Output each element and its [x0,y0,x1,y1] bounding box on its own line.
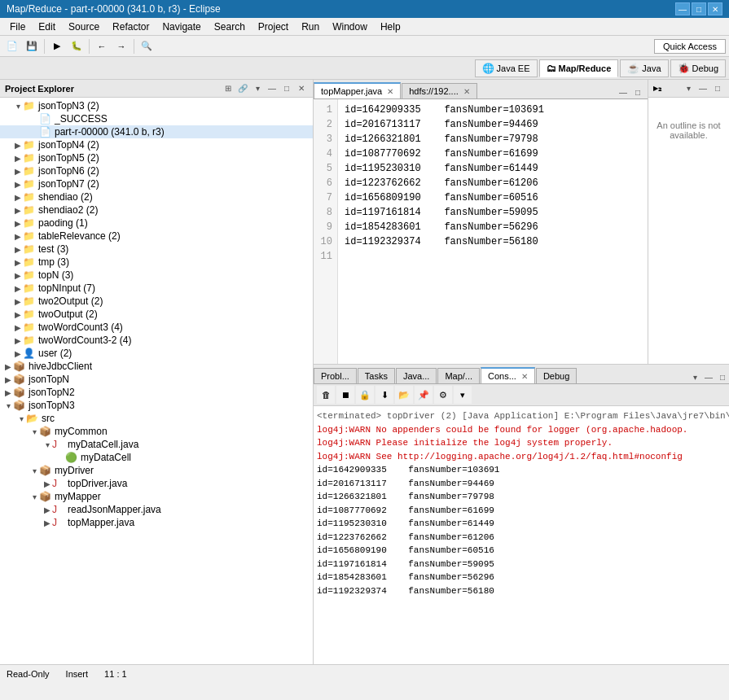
editor-area: topMapper.java ✕ hdfs://192.... ✕ — □ [314,80,729,365]
tab-close-hdfs-icon[interactable]: ✕ [463,87,470,96]
tree-item-tmp[interactable]: ▶ 📁 tmp (3) [0,256,313,269]
bottom-minimize-btn[interactable]: — [702,370,715,383]
tree-item-two2output[interactable]: ▶ 📁 two2Output (2) [0,295,313,308]
console-open-file-btn[interactable]: 📂 [395,386,413,404]
tree-item-jsontopn7[interactable]: ▶ 📁 jsonTopN7 (2) [0,177,313,190]
tree-item-mydatacell-java[interactable]: ▾ J myDataCell.java [0,438,313,451]
project-explorer-buttons: ⊞ 🔗 ▾ — □ ✕ [222,82,308,95]
tree-item-hivejdbcclient[interactable]: ▶ 📦 hiveJdbcClient [0,360,313,373]
tree-item-mydriver[interactable]: ▾ 📦 myDriver [0,464,313,477]
minimize-button[interactable]: — [675,2,690,15]
menu-refactor[interactable]: Refactor [106,20,156,34]
console-clear-btn[interactable]: 🗑 [317,386,335,404]
menu-search[interactable]: Search [208,20,252,34]
tab-mapdebug[interactable]: Map/... [437,368,480,383]
tree-item-mydatacell-class[interactable]: 🟢 myDataCell [0,451,313,464]
tree-item-jsontopn4[interactable]: ▶ 📁 jsonTopN4 (2) [0,138,313,151]
menu-window[interactable]: Window [326,20,374,34]
tree-item-jsontopn6[interactable]: ▶ 📁 jsonTopN6 (2) [0,164,313,177]
tree-item-test[interactable]: ▶ 📁 test (3) [0,243,313,256]
editor-minimize-btn[interactable]: — [617,85,630,98]
menu-run[interactable]: Run [295,20,326,34]
console-scroll-end-btn[interactable]: ⬇ [375,386,393,404]
tree-item-topdriver-java[interactable]: ▶ J topDriver.java [0,477,313,490]
console-more-btn[interactable]: ▾ [454,386,472,404]
tab-console-close[interactable]: ✕ [521,372,528,381]
tab-topmapper[interactable]: topMapper.java ✕ [314,82,401,98]
tree-item-topninput[interactable]: ▶ 📁 topNInput (7) [0,282,313,295]
tree-item-mymapper[interactable]: ▾ 📦 myMapper [0,490,313,503]
back-button[interactable]: ← [93,37,111,55]
close-button[interactable]: ✕ [708,2,722,15]
forward-button[interactable]: → [112,37,130,55]
console-pin-btn[interactable]: 📌 [415,386,433,404]
tree-label: twoWordCount3 (4) [38,322,123,333]
menu-file[interactable]: File [3,20,32,34]
editor-content[interactable]: 1 2 3 4 5 6 7 8 9 10 11 id=16429093 [314,99,648,364]
new-button[interactable]: 📄 [3,37,21,55]
package-icon: 📦 [39,491,52,502]
perspective-java[interactable]: ☕ Java [620,59,668,77]
bottom-menu-btn[interactable]: ▾ [688,370,701,383]
debug-button[interactable]: 🐛 [68,37,86,55]
perspective-javaee[interactable]: 🌐 Java EE [475,59,538,77]
editor-maximize-btn[interactable]: □ [631,85,644,98]
tree-item-tablerelevance[interactable]: ▶ 📁 tableRelevance (2) [0,230,313,243]
tab-close-icon[interactable]: ✕ [387,87,393,96]
tree-item-twooutput[interactable]: ▶ 📁 twoOutput (2) [0,308,313,321]
tab-problems[interactable]: Probl... [314,368,357,383]
tree-item-topn[interactable]: ▶ 📁 topN (3) [0,269,313,282]
outline-minimize-btn[interactable]: — [696,82,709,95]
tree-item-readjsonmapper-java[interactable]: ▶ J readJsonMapper.java [0,503,313,516]
tree-item-paoding[interactable]: ▶ 📁 paoding (1) [0,217,313,230]
search-button[interactable]: 🔍 [138,37,156,55]
maximize-panel-button[interactable]: □ [280,82,293,95]
code-content[interactable]: id=1642909335 fansNumber=103691 id=20167… [338,99,648,364]
tree-item-jsontopn2-proj[interactable]: ▶ 📦 jsonTopN2 [0,386,313,399]
tree-item-jsontopn-proj[interactable]: ▶ 📦 jsonTopN [0,373,313,386]
tree-item-mycommon[interactable]: ▾ 📦 myCommon [0,425,313,438]
console-settings-btn[interactable]: ⚙ [434,386,452,404]
minimize-panel-button[interactable]: — [266,82,279,95]
menu-navigate[interactable]: Navigate [156,20,207,34]
tab-debug[interactable]: Debug [536,368,577,383]
menu-edit[interactable]: Edit [32,20,62,34]
perspective-mapreduce[interactable]: 🗂 Map/Reduce [539,59,619,77]
tree-item-src[interactable]: ▾ 📂 src [0,412,313,425]
view-menu-button[interactable]: ▾ [251,82,264,95]
console-scroll-lock-btn[interactable]: 🔒 [356,386,374,404]
menu-help[interactable]: Help [374,20,407,34]
tree-item-user[interactable]: ▶ 👤 user (2) [0,347,313,360]
expand-arrow: ▶ [13,232,23,241]
save-button[interactable]: 💾 [23,37,41,55]
bottom-maximize-btn[interactable]: □ [716,370,729,383]
perspective-debug[interactable]: 🐞 Debug [670,59,726,77]
tree-item-shendiao2[interactable]: ▶ 📁 shendiao2 (2) [0,203,313,217]
quick-access-button[interactable]: Quick Access [654,39,726,54]
run-button[interactable]: ▶ [48,37,66,55]
tree-item-twowordcount3-2[interactable]: ▶ 📁 twoWordCount3-2 (4) [0,334,313,347]
console-stop-btn[interactable]: ⏹ [336,386,354,404]
link-editor-button[interactable]: 🔗 [236,82,249,95]
tree-item-topmapper-java[interactable]: ▶ J topMapper.java [0,516,313,529]
outline-title: ▸₂ [653,83,678,94]
outline-maximize-btn[interactable]: □ [711,82,724,95]
outline-menu-btn[interactable]: ▾ [682,82,695,95]
menu-source[interactable]: Source [62,20,106,34]
console-output[interactable]: <terminated> topDriver (2) [Java Applica… [314,406,729,664]
maximize-button[interactable]: □ [692,2,706,15]
tree-item-shendiao[interactable]: ▶ 📁 shendiao (2) [0,190,313,203]
tab-console[interactable]: Cons... ✕ [481,367,535,383]
close-panel-button[interactable]: ✕ [295,82,308,95]
tree-item-jsontopn3-hdfs[interactable]: ▾ 📁 jsonTopN3 (2) [0,99,313,112]
collapse-all-button[interactable]: ⊞ [222,82,235,95]
tree-item-jsontopn3-proj[interactable]: ▾ 📦 jsonTopN3 [0,399,313,412]
tree-item-success[interactable]: 📄 _SUCCESS [0,112,313,125]
tab-tasks[interactable]: Tasks [358,368,395,383]
menu-project[interactable]: Project [252,20,295,34]
tree-item-part-r[interactable]: 📄 part-r-00000 (341.0 b, r3) [0,125,313,138]
tab-javadoc[interactable]: Java... [396,368,437,383]
tree-item-jsontopn5[interactable]: ▶ 📁 jsonTopN5 (2) [0,151,313,164]
tab-hdfs[interactable]: hdfs://192.... ✕ [402,83,477,98]
tree-item-twowordcount3[interactable]: ▶ 📁 twoWordCount3 (4) [0,321,313,334]
